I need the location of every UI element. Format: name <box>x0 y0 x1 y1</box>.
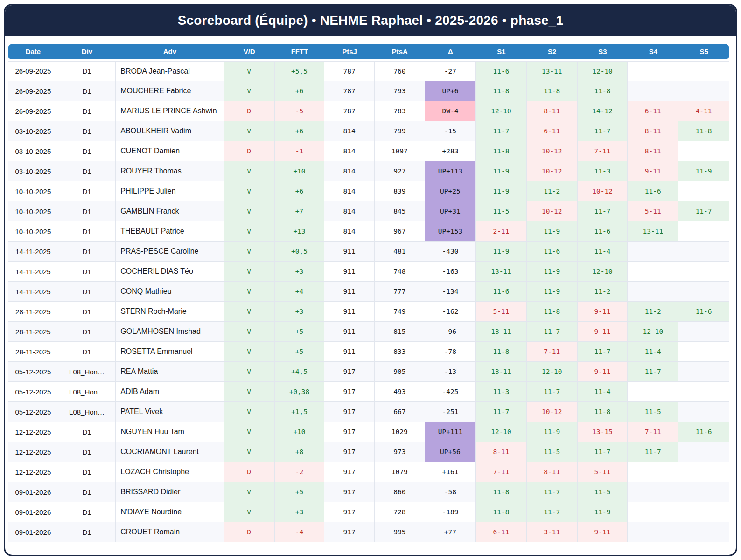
cell-division: D1 <box>58 221 116 242</box>
table-row: 05-12-2025L08_Hon…PATEL VivekV+1,5917667… <box>8 402 729 422</box>
cell-set-score: 11-7 <box>527 322 578 342</box>
col-header-delta: Δ <box>425 44 476 61</box>
cell-set-score: 11-2 <box>527 181 578 201</box>
cell-set-score <box>678 81 729 101</box>
cell-set-score: 9-11 <box>578 362 628 382</box>
cell-division: L08_Hon… <box>58 362 116 382</box>
cell-points-player: 814 <box>324 141 375 161</box>
cell-points-player: 917 <box>324 502 375 522</box>
cell-set-score: 12-10 <box>476 422 527 442</box>
cell-set-score: 11-9 <box>476 161 527 181</box>
cell-points-player: 787 <box>324 81 375 101</box>
cell-set-score: 11-6 <box>527 242 578 262</box>
cell-set-score <box>678 522 729 542</box>
cell-points-player: 917 <box>324 402 375 422</box>
cell-set-score <box>678 502 729 522</box>
cell-set-score: 11-8 <box>527 302 578 322</box>
cell-set-score <box>678 262 729 282</box>
cell-division: D1 <box>58 161 116 181</box>
cell-set-score <box>678 141 729 161</box>
cell-points-player: 917 <box>324 382 375 402</box>
cell-division: D1 <box>58 482 116 502</box>
table-row: 05-12-2025L08_Hon…REA MattiaV+4,5917905-… <box>8 362 729 382</box>
cell-set-score: 7-11 <box>628 422 678 442</box>
cell-set-score <box>628 462 678 482</box>
cell-set-score: 11-5 <box>578 482 628 502</box>
cell-result: V <box>224 121 275 141</box>
cell-set-score: 12-10 <box>476 101 527 121</box>
col-header-div: Div <box>58 44 116 61</box>
cell-set-score: 12-10 <box>578 262 628 282</box>
cell-division: D1 <box>58 81 116 101</box>
cell-fftt-points: +6 <box>275 81 324 101</box>
cell-fftt-points: +13 <box>275 221 324 242</box>
cell-set-score <box>628 482 678 502</box>
cell-opponent: PRAS-PESCE Caroline <box>116 242 224 262</box>
cell-set-score: 3-11 <box>527 522 578 542</box>
cell-date: 09-01-2026 <box>8 482 58 502</box>
cell-set-score: 7-11 <box>578 141 628 161</box>
cell-points-opponent: 793 <box>375 81 425 101</box>
cell-date: 05-12-2025 <box>8 382 58 402</box>
cell-division: D1 <box>58 342 116 362</box>
cell-delta: -425 <box>425 382 476 402</box>
cell-set-score <box>678 342 729 362</box>
table-row: 14-11-2025D1CONQ MathieuV+4911777-13411-… <box>8 282 729 302</box>
cell-set-score: 13-15 <box>578 422 628 442</box>
cell-delta: UP+56 <box>425 442 476 462</box>
cell-delta: -162 <box>425 302 476 322</box>
cell-delta: -163 <box>425 262 476 282</box>
col-header-s5: S5 <box>678 44 729 61</box>
cell-set-score: 11-9 <box>527 282 578 302</box>
cell-date: 26-09-2025 <box>8 81 58 101</box>
cell-set-score: 11-8 <box>527 81 578 101</box>
cell-points-player: 911 <box>324 262 375 282</box>
cell-result: V <box>224 201 275 221</box>
cell-set-score: 11-8 <box>476 482 527 502</box>
cell-points-opponent: 783 <box>375 101 425 121</box>
col-header-adv: Adv <box>116 44 224 61</box>
cell-result: D <box>224 522 275 542</box>
cell-result: D <box>224 101 275 121</box>
cell-date: 28-11-2025 <box>8 322 58 342</box>
cell-set-score <box>678 221 729 242</box>
cell-date: 26-09-2025 <box>8 101 58 121</box>
cell-set-score: 11-4 <box>628 342 678 362</box>
cell-points-opponent: 860 <box>375 482 425 502</box>
cell-result: V <box>224 482 275 502</box>
cell-date: 10-10-2025 <box>8 221 58 242</box>
cell-set-score <box>628 502 678 522</box>
cell-fftt-points: +5 <box>275 482 324 502</box>
cell-set-score: 8-11 <box>476 442 527 462</box>
cell-set-score <box>678 322 729 342</box>
table-row: 10-10-2025D1THEBAULT PatriceV+13814967UP… <box>8 221 729 242</box>
cell-opponent: GAMBLIN Franck <box>116 201 224 221</box>
table-row: 12-12-2025D1COCRIAMONT LaurentV+8917973U… <box>8 442 729 462</box>
cell-opponent: PHILIPPE Julien <box>116 181 224 201</box>
cell-set-score: 11-6 <box>678 302 729 322</box>
cell-set-score <box>628 522 678 542</box>
cell-delta: -58 <box>425 482 476 502</box>
cell-result: V <box>224 502 275 522</box>
col-header-vd: V/D <box>224 44 275 61</box>
cell-fftt-points: +10 <box>275 422 324 442</box>
cell-fftt-points: -5 <box>275 101 324 121</box>
cell-division: D1 <box>58 61 116 81</box>
cell-opponent: COCHERIL DIAS Téo <box>116 262 224 282</box>
cell-date: 05-12-2025 <box>8 402 58 422</box>
cell-division: D1 <box>58 322 116 342</box>
cell-set-score: 12-10 <box>578 61 628 81</box>
cell-result: V <box>224 221 275 242</box>
table-row: 26-09-2025D1MARIUS LE PRINCE AshwinD-578… <box>8 101 729 121</box>
cell-fftt-points: +4 <box>275 282 324 302</box>
cell-opponent: ROUYER Thomas <box>116 161 224 181</box>
cell-date: 14-11-2025 <box>8 262 58 282</box>
cell-set-score: 6-11 <box>628 101 678 121</box>
cell-result: V <box>224 382 275 402</box>
cell-points-player: 911 <box>324 322 375 342</box>
cell-division: D1 <box>58 302 116 322</box>
cell-set-score: 11-8 <box>578 81 628 101</box>
cell-result: V <box>224 402 275 422</box>
cell-fftt-points: +3 <box>275 502 324 522</box>
cell-points-opponent: 845 <box>375 201 425 221</box>
